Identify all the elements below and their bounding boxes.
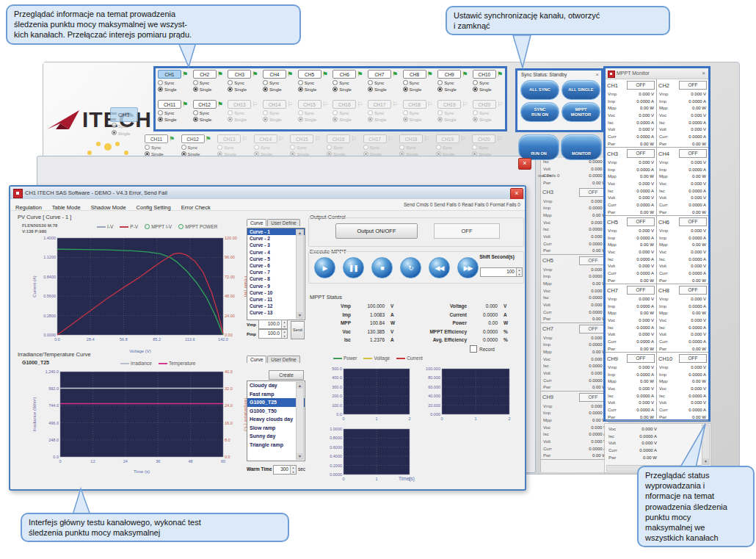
sync-radio-option[interactable]: Sync [332,109,349,116]
sync-button-2[interactable]: SYNC RUN ON [520,102,559,122]
tab-user-define[interactable]: User Define [267,219,299,226]
play-button[interactable]: ▶ [314,257,335,278]
tab-curve[interactable]: Curve [247,356,266,363]
sync-radio-option[interactable]: Sync [437,109,454,116]
sync-radio[interactable] [403,80,408,85]
close-icon[interactable]: × [595,71,599,78]
sync-radio-option[interactable]: Sync [436,144,452,151]
single-radio-option[interactable]: Single [193,116,212,123]
output-state-button[interactable]: OFF [679,81,707,90]
channel-button[interactable]: CH17 [363,134,387,143]
sync-radio[interactable] [158,110,163,115]
channel-button[interactable]: CH19 [437,100,461,109]
spinner-arrows[interactable]: ▴▾ [281,330,287,338]
sync-radio-option[interactable]: Sync [228,79,244,86]
sync-radio[interactable] [368,110,373,115]
spinner-arrows[interactable]: ▴▾ [516,268,522,276]
menu-item-error-check[interactable]: Error Check [176,203,216,212]
single-radio[interactable] [403,87,408,92]
curve-list-2[interactable]: ▲▼ Cloudy dayFast rampG1000_T25G1000_T50… [247,381,305,461]
single-radio[interactable] [298,117,303,122]
sync-radio[interactable] [437,80,443,85]
single-radio-option[interactable]: Single [403,116,422,123]
channel-button[interactable]: CH20 [473,100,496,109]
sync-radio[interactable] [403,110,408,115]
sync-radio-option[interactable]: Sync [254,144,270,151]
channel-button[interactable]: CH14 [254,134,277,143]
single-radio-option[interactable]: Single [228,116,247,123]
single-radio-option[interactable]: Single [368,116,387,123]
output-state-button[interactable]: OFF [679,217,707,226]
spin-down-icon[interactable]: ▾ [282,334,287,339]
output-state-button[interactable]: OFF [679,354,707,363]
output-state-button[interactable]: OFF [627,81,655,90]
field-spinner[interactable]: 100.0▴▾ [258,329,288,339]
channel-button[interactable]: CH9 [437,70,461,79]
channel-button[interactable]: CH12 [193,100,217,109]
channel-button[interactable]: CH10 [473,70,496,79]
sync-radio[interactable] [193,80,198,85]
channel-button[interactable]: CH18 [403,100,426,109]
sync-radio-option[interactable]: Sync [437,79,454,86]
menu-item-config-setting[interactable]: Config Setting [131,203,176,212]
output-state-button[interactable]: OFF [627,354,655,363]
sync-radio-option[interactable]: Sync [290,144,306,151]
sync-radio[interactable] [472,145,477,150]
single-radio[interactable] [263,87,268,92]
spinner-value[interactable]: 100 [481,268,516,276]
channel-button[interactable]: CH19 [436,134,459,143]
channel-button[interactable]: CH11 [158,100,181,109]
vertical-scrollbar[interactable]: ▲▼ [296,229,304,319]
channel-button[interactable]: CH7 [368,70,391,79]
single-radio-option[interactable]: Single [228,86,247,93]
channel-button[interactable]: CH12 [181,134,205,143]
menu-item-table-mode[interactable]: Table Mode [47,203,86,212]
sync-radio-option[interactable]: Sync [473,79,489,86]
channel-button[interactable]: CH13 [217,134,241,143]
menu-item-shadow-mode[interactable]: Shadow Mode [86,203,131,212]
sync-radio[interactable] [327,145,332,150]
single-radio-option[interactable]: Single [403,86,422,93]
single-radio-option[interactable]: Single [368,86,387,93]
channel-button[interactable]: CH15 [290,134,313,143]
sync-radio[interactable] [263,110,268,115]
mppt-monitor-button-fragment[interactable]: MONITOR [561,134,602,160]
background-channel-tab[interactable]: CH1 [110,107,138,122]
single-radio[interactable] [193,87,198,92]
channel-button[interactable]: CH14 [263,100,286,109]
sync-radio[interactable] [112,123,117,128]
sync-radio[interactable] [228,110,233,115]
sync-radio-option[interactable]: Sync [327,144,343,151]
sync-radio[interactable] [368,80,373,85]
channel-button[interactable]: CH16 [327,134,350,143]
spinner-arrows[interactable]: ▴▾ [290,466,296,474]
output-state-button[interactable]: OFF [627,149,655,158]
channel-button[interactable]: CH13 [228,100,251,109]
loop-button[interactable]: ↻ [400,257,421,278]
sync-radio-option[interactable]: Sync [298,109,314,116]
tab-user-define[interactable]: User Define [267,356,299,363]
spin-down-icon[interactable]: ▾ [291,470,296,475]
sync-radio[interactable] [145,145,150,150]
channel-button[interactable]: CH15 [298,100,321,109]
sync-radio-option[interactable]: Sync [472,144,488,151]
channel-button[interactable]: CH18 [399,134,423,143]
channel-button[interactable]: CH20 [472,134,495,143]
channel-button[interactable]: CH3 [228,70,251,79]
create-button[interactable]: Create [269,370,304,380]
sync-radio[interactable] [437,110,443,115]
spinner-value[interactable]: 300 [274,466,290,474]
channel-button[interactable]: CH4 [263,70,286,79]
sync-radio[interactable] [298,110,303,115]
single-radio-option[interactable]: Single [332,86,352,93]
sync-radio[interactable] [298,80,303,85]
rewind-button[interactable]: ◀◀ [429,257,450,278]
sync-radio[interactable] [193,110,198,115]
sync-radio-option[interactable]: Sync [298,79,314,86]
sync-button-3[interactable]: MPPT MONITOR [561,102,600,122]
sync-radio[interactable] [290,145,295,150]
sync-radio-option[interactable]: Sync [368,109,384,116]
single-radio-option[interactable]: Single [158,86,177,93]
menu-item-regulation[interactable]: Regulation [10,203,47,212]
channel-button[interactable]: CH5 [298,70,321,79]
